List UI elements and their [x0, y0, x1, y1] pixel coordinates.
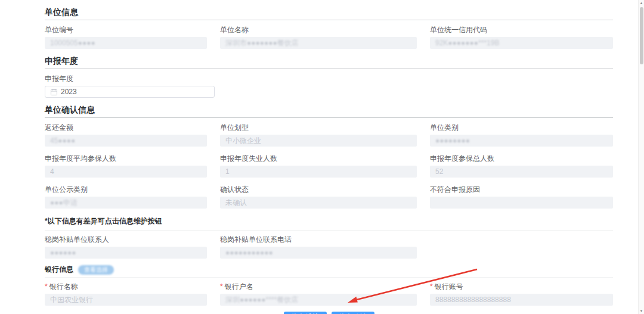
account-no-label: *银行账号	[430, 283, 613, 290]
required-mark: *	[430, 282, 433, 291]
contact-grid: 稳岗补贴单位联系人 ●●●●●● 稳岗补贴单位联系电话 ●●●●●●●●●●●	[45, 236, 613, 259]
action-bar: 信息维护 信息确认	[45, 312, 613, 314]
divider	[45, 277, 613, 278]
unit-name-label: 单位名称	[220, 26, 417, 33]
unit-no-input[interactable]: 1000505●●●●	[45, 37, 207, 49]
account-name-input[interactable]: 深圳●●●●●●****餐饮店	[220, 294, 417, 306]
declare-year-label: 申报年度	[45, 75, 207, 82]
unit-no-value: 1000505●●●●	[50, 39, 95, 47]
field-account-name: *银行户名 深圳●●●●●●****餐饮店	[220, 283, 417, 306]
field-reject-reason: 不符合申报原因	[430, 186, 613, 209]
field-unit-name: 单位名称 深圳市●●●●●●●餐饮店	[220, 26, 417, 49]
public-category-input[interactable]: ●●●申请	[45, 197, 207, 209]
contact-person-value: ●●●●●●	[50, 248, 76, 257]
bank-name-value: 中国农业银行	[50, 296, 93, 304]
total-insured-value: 52	[435, 167, 443, 176]
info-confirm-button[interactable]: 信息确认	[332, 312, 374, 314]
scroll-up-icon[interactable]: ▲	[640, 0, 643, 6]
calendar-icon	[51, 89, 57, 95]
refund-amount-input[interactable]: 45●●●●	[45, 135, 207, 147]
contact-person-input[interactable]: ●●●●●●	[45, 247, 207, 259]
declare-year-value: 2023	[61, 86, 77, 98]
unit-category-input[interactable]: ●●●●●●●●	[430, 135, 613, 147]
section-title-confirm-info: 单位确认信息	[45, 105, 613, 118]
contact-phone-label: 稳岗补贴单位联系电话	[220, 236, 417, 243]
bank-info-title: 银行信息	[45, 265, 73, 275]
public-category-label: 单位公示类别	[45, 186, 207, 193]
confirm-status-value: 未确认	[225, 198, 247, 207]
section-title-declare-year: 申报年度	[45, 57, 613, 69]
reject-reason-label: 不符合申报原因	[430, 186, 613, 193]
unit-no-label: 单位编号	[45, 26, 207, 33]
contact-phone-input[interactable]: ●●●●●●●●●●●	[220, 247, 417, 259]
declare-year-grid: 申报年度 2023	[45, 75, 613, 98]
field-unemployed-count: 申报年度失业人数 1	[220, 155, 417, 178]
field-contact-person: 稳岗补贴单位联系人 ●●●●●●	[45, 236, 207, 259]
confirm-status-input[interactable]: 未确认	[220, 197, 417, 209]
bank-name-label: *银行名称	[45, 283, 207, 290]
bank-grid: *银行名称 中国农业银行 *银行户名 深圳●●●●●●****餐饮店 *银行账号…	[45, 283, 613, 306]
credit-code-label: 单位统一信用代码	[430, 26, 613, 33]
unit-name-value: 深圳市●●●●●●●餐饮店	[225, 39, 299, 47]
field-avg-insured: 申报年度平均参保人数 4	[45, 155, 207, 178]
unit-scale-value: 中小微企业	[225, 136, 261, 145]
unit-info-grid: 单位编号 1000505●●●● 单位名称 深圳市●●●●●●●餐饮店 单位统一…	[45, 26, 613, 49]
unemployed-count-value: 1	[225, 167, 230, 176]
confirm-status-label: 确认状态	[220, 186, 417, 193]
required-mark: *	[45, 282, 48, 291]
unemployed-count-label: 申报年度失业人数	[220, 155, 417, 162]
unit-category-value: ●●●●●●●●	[435, 136, 470, 145]
field-total-insured: 申报年度参保总人数 52	[430, 155, 613, 178]
refund-amount-value: 45●●●●	[50, 136, 75, 145]
contact-person-label: 稳岗补贴单位联系人	[45, 236, 207, 243]
bank-name-input[interactable]: 中国农业银行	[45, 294, 207, 306]
field-account-no: *银行账号 8888888888888888888	[430, 283, 613, 306]
avg-insured-label: 申报年度平均参保人数	[45, 155, 207, 162]
credit-code-value: 92K●●●●●●●***19B	[435, 39, 499, 47]
public-category-value: ●●●申请	[50, 198, 78, 207]
field-unit-scale: 单位划型 中小微企业	[220, 124, 417, 147]
field-public-category: 单位公示类别 ●●●申请	[45, 186, 207, 209]
unit-scale-input[interactable]: 中小微企业	[220, 135, 417, 147]
bank-select-badge[interactable]: 查看选择	[78, 265, 114, 275]
scroll-down-icon[interactable]: ▼	[640, 308, 643, 314]
field-confirm-status: 确认状态 未确认	[220, 186, 417, 209]
required-mark: *	[220, 282, 223, 291]
confirm-info-grid: 返还金额 45●●●● 单位划型 中小微企业 单位类别 ●●●●●●●●	[45, 124, 613, 209]
account-no-value: 8888888888888888888	[435, 296, 511, 304]
divider	[45, 230, 613, 231]
total-insured-input[interactable]: 52	[430, 166, 613, 178]
field-declare-year: 申报年度 2023	[45, 75, 207, 98]
maintenance-note: *以下信息有差异可点击信息维护按钮	[45, 216, 613, 226]
reject-reason-input[interactable]	[430, 197, 613, 209]
scrollbar-thumb[interactable]	[640, 7, 643, 64]
avg-insured-value: 4	[50, 167, 54, 176]
bank-info-header: 银行信息 查看选择	[45, 265, 613, 275]
field-unit-category: 单位类别 ●●●●●●●●	[430, 124, 613, 147]
section-title-unit-info: 单位信息	[45, 8, 613, 20]
credit-code-input[interactable]: 92K●●●●●●●***19B	[430, 37, 613, 49]
avg-insured-input[interactable]: 4	[45, 166, 207, 178]
account-no-input[interactable]: 8888888888888888888	[430, 294, 613, 306]
field-bank-name: *银行名称 中国农业银行	[45, 283, 207, 306]
info-maintain-button[interactable]: 信息维护	[284, 312, 327, 314]
subsidy-confirmation-page: 单位信息 单位编号 1000505●●●● 单位名称 深圳市●●●●●●●餐饮店…	[0, 0, 644, 314]
field-credit-code: 单位统一信用代码 92K●●●●●●●***19B	[430, 26, 613, 49]
field-refund-amount: 返还金额 45●●●●	[45, 124, 207, 147]
field-unit-no: 单位编号 1000505●●●●	[45, 26, 207, 49]
scrollbar[interactable]: ▲ ▼	[638, 0, 644, 314]
refund-amount-label: 返还金额	[45, 124, 207, 131]
account-name-value: 深圳●●●●●●****餐饮店	[225, 296, 298, 304]
contact-phone-value: ●●●●●●●●●●●	[225, 248, 273, 257]
total-insured-label: 申报年度参保总人数	[430, 155, 613, 162]
field-contact-phone: 稳岗补贴单位联系电话 ●●●●●●●●●●●	[220, 236, 417, 259]
declare-year-input[interactable]: 2023	[45, 86, 215, 98]
unit-scale-label: 单位划型	[220, 124, 417, 131]
unit-name-input[interactable]: 深圳市●●●●●●●餐饮店	[220, 37, 417, 49]
unemployed-count-input[interactable]: 1	[220, 166, 417, 178]
account-name-label: *银行户名	[220, 283, 417, 290]
unit-category-label: 单位类别	[430, 124, 613, 131]
